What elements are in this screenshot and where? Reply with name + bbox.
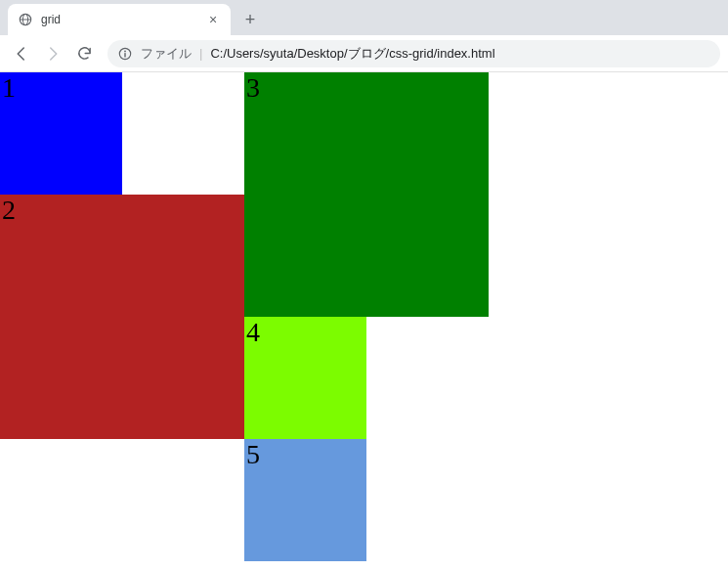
browser-tab[interactable]: grid × xyxy=(8,4,231,35)
grid-cell-2: 2 xyxy=(0,195,244,439)
toolbar: ファイル | C:/Users/syuta/Desktop/ブログ/css-gr… xyxy=(0,35,728,72)
tab-title: grid xyxy=(41,13,197,26)
svg-point-4 xyxy=(124,50,126,52)
forward-button[interactable] xyxy=(39,40,66,67)
page-content: 1 2 3 4 5 xyxy=(0,72,728,561)
address-bar[interactable]: ファイル | C:/Users/syuta/Desktop/ブログ/css-gr… xyxy=(107,40,720,67)
globe-icon xyxy=(18,12,33,27)
grid-cell-1: 1 xyxy=(0,72,122,195)
reload-button[interactable] xyxy=(70,40,98,67)
info-icon[interactable] xyxy=(117,46,133,62)
tab-strip: grid × + xyxy=(0,0,728,35)
grid-cell-3: 3 xyxy=(244,72,489,317)
back-button[interactable] xyxy=(8,40,35,67)
address-prefix: ファイル xyxy=(141,45,192,63)
address-path: C:/Users/syuta/Desktop/ブログ/css-grid/inde… xyxy=(210,45,494,63)
css-grid-demo: 1 2 3 4 5 xyxy=(0,72,728,561)
grid-cell-4: 4 xyxy=(244,317,366,439)
new-tab-button[interactable]: + xyxy=(236,6,264,33)
svg-rect-5 xyxy=(124,53,125,57)
grid-cell-5: 5 xyxy=(244,439,366,561)
close-icon[interactable]: × xyxy=(205,12,221,27)
address-separator: | xyxy=(199,46,202,61)
